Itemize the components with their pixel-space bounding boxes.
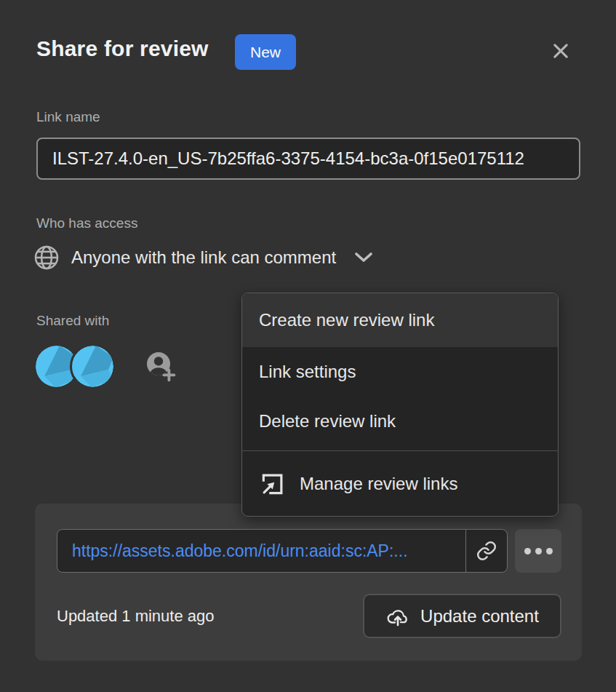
shared-with-label: Shared with [36,313,109,329]
access-label: Who has access [36,215,137,231]
update-content-label: Update content [420,606,539,627]
page-title: Share for review [36,36,209,61]
access-selector[interactable]: Anyone with the link can comment [33,242,374,274]
menu-item-label: Create new review link [259,310,434,330]
cloud-upload-icon [385,604,410,629]
new-badge: New [235,34,296,70]
update-content-button[interactable]: Update content [363,594,561,638]
menu-item-link-settings[interactable]: Link settings [242,347,558,397]
more-icon [524,548,553,554]
footer-row: Updated 1 minute ago Update content [57,594,561,638]
copy-link-button[interactable] [465,530,507,572]
menu-item-create-new-review-link[interactable]: Create new review link [242,293,558,347]
chevron-down-icon [353,251,374,264]
close-icon [551,41,571,61]
review-link-panel: https://assets.adobe.com/id/urn:aaid:sc:… [35,504,582,661]
access-value: Anyone with the link can comment [71,247,336,268]
link-name-input[interactable] [36,138,580,180]
menu-item-label: Delete review link [259,411,396,431]
globe-icon [33,244,60,271]
menu-item-manage-review-links[interactable]: Manage review links [242,451,558,516]
review-url[interactable]: https://assets.adobe.com/id/urn:aaid:sc:… [57,530,465,572]
share-for-review-dialog: { "header": { "title": "Share for review… [0,0,616,692]
link-icon [476,540,497,562]
url-row: https://assets.adobe.com/id/urn:aaid:sc:… [57,529,561,573]
link-name-label: Link name [36,109,100,125]
menu-item-label: Link settings [259,362,356,382]
updated-timestamp: Updated 1 minute ago [57,607,215,626]
add-person-button[interactable] [143,349,177,384]
review-url-group: https://assets.adobe.com/id/urn:aaid:sc:… [57,529,508,573]
avatar[interactable] [36,346,77,387]
menu-item-delete-review-link[interactable]: Delete review link [242,397,558,446]
close-button[interactable] [545,36,577,65]
shared-avatars [36,345,152,389]
add-person-icon [143,349,177,384]
more-options-button[interactable] [515,529,561,573]
review-link-menu: Create new review link Link settings Del… [241,293,559,517]
manage-links-icon [259,470,287,498]
menu-item-label: Manage review links [300,474,457,494]
avatar[interactable] [72,346,113,387]
